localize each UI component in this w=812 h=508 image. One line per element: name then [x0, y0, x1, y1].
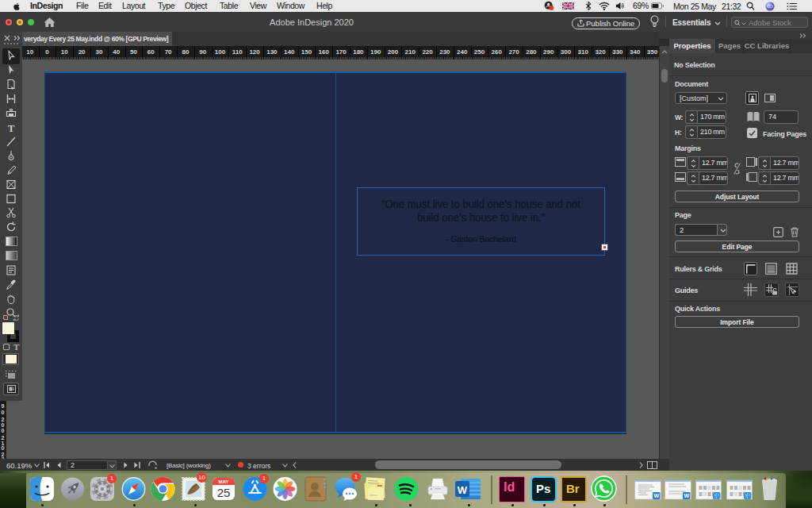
svg-text:W: W	[684, 493, 689, 498]
svg-text:25: 25	[217, 486, 231, 499]
svg-text:W: W	[458, 484, 468, 496]
svg-text:W: W	[653, 493, 659, 498]
svg-text:T: T	[8, 122, 15, 134]
svg-text:MAY: MAY	[219, 479, 229, 484]
